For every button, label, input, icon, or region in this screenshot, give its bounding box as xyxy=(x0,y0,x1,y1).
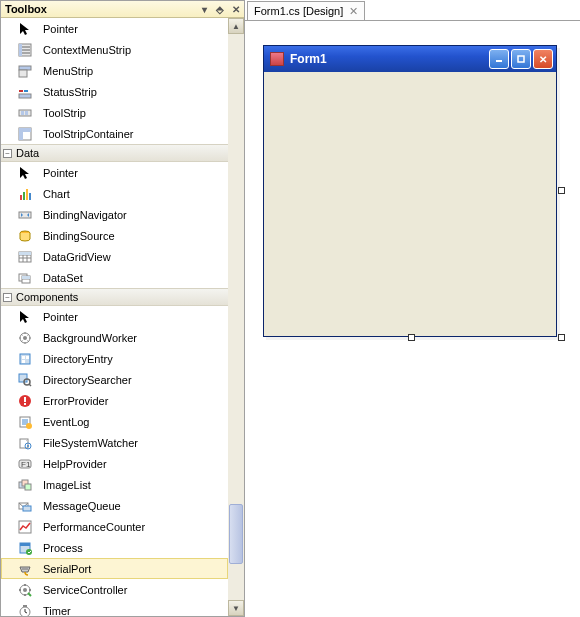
svg-rect-35 xyxy=(22,356,25,359)
svg-rect-71 xyxy=(23,605,27,607)
toolbox-item[interactable]: ToolStripContainer xyxy=(1,123,228,144)
toolbox-item[interactable]: DataSet xyxy=(1,267,228,288)
close-button[interactable]: ✕ xyxy=(533,49,553,69)
toolbox-item-selected[interactable]: SerialPort xyxy=(1,558,228,579)
toolbox-item[interactable]: Chart xyxy=(1,183,228,204)
svg-rect-61 xyxy=(20,543,30,546)
status-strip-icon xyxy=(17,84,33,100)
form-title: Form1 xyxy=(290,52,483,66)
svg-rect-16 xyxy=(20,195,22,200)
svg-point-33 xyxy=(23,336,27,340)
tool-strip-container-icon xyxy=(17,126,33,142)
toolbox-item[interactable]: Process xyxy=(1,537,228,558)
toolbox-category-components[interactable]: − Components xyxy=(1,288,228,306)
svg-rect-18 xyxy=(26,189,28,200)
image-list-icon xyxy=(17,477,33,493)
scroll-up-icon[interactable]: ▲ xyxy=(228,18,244,34)
toolbox-item-label: ErrorProvider xyxy=(43,395,108,407)
toolbox-item-label: ImageList xyxy=(43,479,91,491)
tool-strip-icon xyxy=(17,105,33,121)
pin-icon[interactable]: ⬘ xyxy=(213,2,227,16)
svg-point-63 xyxy=(22,568,24,570)
toolbox-item[interactable]: BindingSource xyxy=(1,225,228,246)
toolbox-item-label: ToolStrip xyxy=(43,107,86,119)
toolbox-item-label: Chart xyxy=(43,188,70,200)
toolbox-item[interactable]: Pointer xyxy=(1,306,228,327)
serial-port-icon xyxy=(17,561,33,577)
toolbox-item-label: FileSystemWatcher xyxy=(43,437,138,449)
directory-searcher-icon xyxy=(17,372,33,388)
toolbox-category-data[interactable]: − Data xyxy=(1,144,228,162)
pointer-icon xyxy=(17,165,33,181)
scroll-down-icon[interactable]: ▼ xyxy=(228,600,244,616)
minimize-button[interactable] xyxy=(489,49,509,69)
category-label: Data xyxy=(16,147,39,159)
toolbox-item[interactable]: Pointer xyxy=(1,18,228,39)
toolbox-item[interactable]: ImageList xyxy=(1,474,228,495)
toolbox-item[interactable]: BackgroundWorker xyxy=(1,327,228,348)
toolbox-item-label: MenuStrip xyxy=(43,65,93,77)
form-preview[interactable]: Form1 ✕ xyxy=(263,45,557,337)
svg-rect-37 xyxy=(22,360,25,363)
toolbox-item[interactable]: MenuStrip xyxy=(1,60,228,81)
toolbox-item[interactable]: FileSystemWatcher xyxy=(1,432,228,453)
toolbox-item[interactable]: ErrorProvider xyxy=(1,390,228,411)
toolbox-item[interactable]: Pointer xyxy=(1,162,228,183)
menu-strip-icon xyxy=(17,63,33,79)
toolbox-item-label: EventLog xyxy=(43,416,89,428)
close-icon[interactable]: ✕ xyxy=(229,2,243,16)
toolbox-item[interactable]: DataGridView xyxy=(1,246,228,267)
svg-rect-17 xyxy=(23,192,25,200)
form-icon xyxy=(270,52,284,66)
data-set-icon xyxy=(17,270,33,286)
directory-entry-icon xyxy=(17,351,33,367)
toolbox-item[interactable]: StatusStrip xyxy=(1,81,228,102)
toolbox-item[interactable]: BindingNavigator xyxy=(1,204,228,225)
svg-line-40 xyxy=(29,384,31,386)
toolbox-item-label: PerformanceCounter xyxy=(43,521,145,533)
toolbox-item[interactable]: DirectoryEntry xyxy=(1,348,228,369)
toolbox-item[interactable]: PerformanceCounter xyxy=(1,516,228,537)
toolbox-list: Pointer ContextMenuStrip MenuStrip Statu… xyxy=(1,18,228,616)
svg-rect-19 xyxy=(29,193,31,200)
dropdown-icon[interactable]: ▾ xyxy=(197,2,211,16)
maximize-button[interactable] xyxy=(511,49,531,69)
svg-rect-56 xyxy=(25,484,31,490)
file-system-watcher-icon xyxy=(17,435,33,451)
toolbox-item[interactable]: ServiceController xyxy=(1,579,228,600)
scroll-track[interactable] xyxy=(228,34,244,600)
toolbox-item[interactable]: DirectorySearcher xyxy=(1,369,228,390)
toolbox-item[interactable]: Timer xyxy=(1,600,228,616)
toolbox-item[interactable]: F1 HelpProvider xyxy=(1,453,228,474)
svg-point-65 xyxy=(26,568,28,570)
process-icon xyxy=(17,540,33,556)
background-worker-icon xyxy=(17,330,33,346)
tab-close-icon[interactable]: ✕ xyxy=(349,5,358,18)
category-label: Components xyxy=(16,291,78,303)
form-titlebar: Form1 ✕ xyxy=(264,46,556,72)
svg-point-51 xyxy=(27,445,29,447)
toolbox-item-label: Timer xyxy=(43,605,71,617)
toolbox-item[interactable]: EventLog xyxy=(1,411,228,432)
scroll-thumb[interactable] xyxy=(229,504,243,564)
context-menu-strip-icon xyxy=(17,42,33,58)
toolbox-item[interactable]: ToolStrip xyxy=(1,102,228,123)
toolbox-item[interactable]: ContextMenuStrip xyxy=(1,39,228,60)
tab-label: Form1.cs [Design] xyxy=(254,5,343,17)
resize-handle-bottom[interactable] xyxy=(408,334,415,341)
resize-handle-right[interactable] xyxy=(558,187,565,194)
toolbox-item-label: Pointer xyxy=(43,23,78,35)
tab-form1-design[interactable]: Form1.cs [Design] ✕ xyxy=(247,1,365,20)
svg-rect-42 xyxy=(24,397,26,402)
svg-point-48 xyxy=(26,423,32,429)
svg-point-64 xyxy=(24,568,26,570)
svg-rect-36 xyxy=(26,356,29,359)
toolbox-item[interactable]: MessageQueue xyxy=(1,495,228,516)
help-provider-icon: F1 xyxy=(17,456,33,472)
toolbox-item-label: SerialPort xyxy=(43,563,91,575)
design-surface[interactable]: Form1 ✕ xyxy=(245,20,580,617)
resize-handle-corner[interactable] xyxy=(558,334,565,341)
svg-rect-6 xyxy=(19,70,27,77)
designer-panel: Form1.cs [Design] ✕ Form1 ✕ xyxy=(245,0,580,617)
toolbox-scrollbar[interactable]: ▲ ▼ xyxy=(228,18,244,616)
